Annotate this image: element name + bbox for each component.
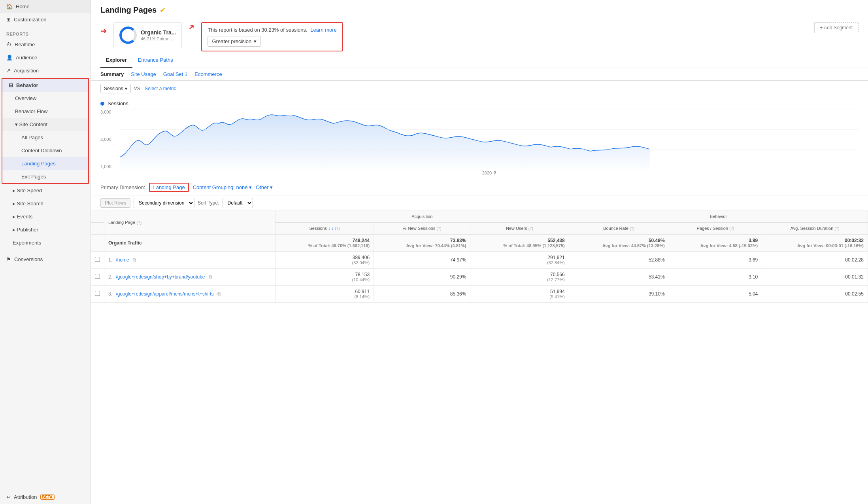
sidebar-item-overview[interactable]: Overview: [2, 92, 88, 105]
sidebar-item-exit-pages[interactable]: Exit Pages: [2, 170, 88, 183]
acquisition-group-header: Acquisition: [275, 211, 569, 222]
y-label-2000: 2,000: [100, 137, 111, 142]
sidebar: 🏠 Home ⊞ Customization REPORTS ⏱ Realtim…: [0, 0, 91, 504]
learn-more-link[interactable]: Learn more: [310, 27, 336, 33]
red-arrow-2: ➜: [186, 21, 197, 33]
row2-page-link[interactable]: /google+redesign/shop+by+brand/youtube: [116, 274, 205, 280]
sort-icon: ↓: [332, 226, 334, 231]
checkbox-col: [91, 222, 104, 234]
sort-type-label: Sort Type:: [198, 200, 219, 206]
sub-tab-ecommerce[interactable]: Ecommerce: [194, 71, 222, 77]
add-segment-button[interactable]: + Add Segment: [814, 22, 859, 33]
flag-icon: ⚑: [6, 256, 11, 262]
secondary-dimension-select[interactable]: Secondary dimension: [134, 198, 194, 208]
chart-area: Sessions 3,000 2,000 1,000: [91, 97, 868, 180]
row2-check[interactable]: [91, 269, 104, 286]
sub-tab-goal-set-1[interactable]: Goal Set 1: [163, 71, 187, 77]
sidebar-item-content-drilldown[interactable]: Content Drilldown: [2, 144, 88, 157]
help-icon: (?): [729, 226, 734, 231]
sidebar-item-behavior[interactable]: ⊟ Behavior: [2, 79, 88, 92]
organic-text: Organic Tra... 46.71% Entran...: [141, 29, 176, 42]
help-icon: (?): [335, 226, 340, 231]
y-label-3000: 3,000: [100, 110, 111, 114]
verified-icon: ✔: [160, 6, 166, 15]
legend-dot: [100, 102, 104, 106]
chart-legend: Sessions: [100, 100, 859, 106]
dropdown-arrow-icon: ▾: [254, 38, 257, 44]
row2-checkbox[interactable]: [95, 274, 100, 279]
other-dimension-link[interactable]: Other ▾: [256, 184, 273, 190]
tabs-bar: Explorer Entrance Paths: [91, 53, 868, 68]
sidebar-divider: [0, 251, 91, 251]
sidebar-item-site-speed[interactable]: ▸ Site Speed: [0, 184, 91, 197]
organic-card: Organic Tra... 46.71% Entran...: [113, 22, 182, 48]
sidebar-item-customization[interactable]: ⊞ Customization: [0, 13, 91, 26]
total-avg-duration: 00:02:32 Avg for View: 00:03:01 (-16.16%…: [762, 234, 868, 252]
sidebar-item-realtime[interactable]: ⏱ Realtime: [0, 38, 91, 51]
row2-bounce-rate: 53.41%: [569, 269, 669, 286]
reports-section-label: REPORTS: [0, 26, 91, 38]
copy-icon[interactable]: ⧉: [209, 274, 212, 280]
plot-rows-button[interactable]: Plot Rows: [100, 198, 130, 208]
attribution-icon: ↩: [6, 494, 11, 500]
sidebar-item-conversions[interactable]: ⚑ Conversions: [0, 253, 91, 266]
sessions-col-header[interactable]: Sessions ↓ ↓ (?): [275, 222, 374, 234]
sub-tabs: Summary Site Usage Goal Set 1 Ecommerce: [91, 68, 868, 81]
grid-icon: ⊞: [6, 17, 11, 23]
sidebar-item-site-content[interactable]: ▾ Site Content: [2, 118, 88, 131]
scroll-handle-icon[interactable]: ⊽: [493, 171, 496, 176]
sidebar-item-publisher[interactable]: ▸ Publisher: [0, 223, 91, 236]
tab-explorer[interactable]: Explorer: [100, 53, 132, 68]
page-header: Landing Pages ✔: [91, 0, 868, 18]
sidebar-item-acquisition[interactable]: ↗ Acquisition: [0, 64, 91, 77]
row1-page-link[interactable]: /home: [116, 257, 129, 263]
sidebar-attribution[interactable]: ↩ Attribution BETA: [0, 490, 91, 504]
sidebar-item-site-search[interactable]: ▸ Site Search: [0, 197, 91, 210]
row3-page: 3. /google+redesign/apparel/mens/mens+t+…: [104, 286, 275, 303]
row3-pct-new: 85.36%: [374, 286, 470, 303]
total-pages-session: 3.89 Avg for View: 4.58 (-15.02%): [669, 234, 762, 252]
sidebar-item-events[interactable]: ▸ Events: [0, 210, 91, 223]
row2-pages-session: 3.10: [669, 269, 762, 286]
sidebar-item-experiments[interactable]: Experiments: [0, 236, 91, 249]
behavior-icon: ⊟: [9, 82, 13, 88]
sort-type-select[interactable]: Default: [223, 198, 253, 208]
select-all-header: [91, 211, 104, 222]
precision-dropdown[interactable]: Greater precision ▾: [208, 36, 261, 47]
help-icon: (?): [136, 220, 142, 225]
avg-session-duration-col-header: Avg. Session Duration (?): [762, 222, 868, 234]
dropdown-arrow-icon: ▾: [249, 184, 252, 190]
row1-page: 1. /home ⧉: [104, 252, 275, 269]
landing-page-dimension[interactable]: Landing Page: [149, 183, 189, 192]
row1-check[interactable]: [91, 252, 104, 269]
row1-sessions: 389,406 (52.04%): [275, 252, 374, 269]
y-label-1000: 1,000: [100, 164, 111, 169]
row1-new-users: 291,921 (52.84%): [470, 252, 569, 269]
sidebar-item-landing-pages[interactable]: Landing Pages: [2, 157, 88, 170]
main-content: Landing Pages ✔ ➜ Organic Tra... 46.71% …: [91, 0, 868, 504]
tab-entrance-paths[interactable]: Entrance Paths: [132, 53, 179, 68]
sidebar-item-all-pages[interactable]: All Pages: [2, 131, 88, 144]
total-check: [91, 234, 104, 252]
sidebar-item-audience[interactable]: 👤 Audience: [0, 51, 91, 64]
row1-checkbox[interactable]: [95, 257, 100, 262]
row2-page: 2. /google+redesign/shop+by+brand/youtub…: [104, 269, 275, 286]
sub-tab-site-usage[interactable]: Site Usage: [131, 71, 156, 77]
content-grouping-link[interactable]: Content Grouping: none ▾: [193, 184, 252, 190]
copy-icon[interactable]: ⧉: [217, 291, 221, 297]
behavior-group-header: Behavior: [569, 211, 868, 222]
copy-icon[interactable]: ⧉: [133, 257, 136, 263]
help-icon: (?): [834, 226, 839, 231]
row3-checkbox[interactable]: [95, 291, 100, 296]
row3-page-link[interactable]: /google+redesign/apparel/mens/mens+t+shi…: [116, 291, 213, 297]
row3-check[interactable]: [91, 286, 104, 303]
select-metric-link[interactable]: Select a metric: [145, 86, 176, 91]
primary-metric-dropdown[interactable]: Sessions ▾: [100, 84, 131, 93]
red-arrow-1: ➜: [100, 26, 107, 36]
home-icon: 🏠: [6, 4, 13, 9]
sidebar-item-home[interactable]: 🏠 Home: [0, 0, 91, 13]
sub-tab-summary[interactable]: Summary: [100, 71, 124, 77]
total-row: Organic Traffic 748,244 % of Total: 46.7…: [91, 234, 868, 252]
sidebar-item-behavior-flow[interactable]: Behavior Flow: [2, 105, 88, 118]
acquisition-icon: ↗: [6, 68, 11, 74]
